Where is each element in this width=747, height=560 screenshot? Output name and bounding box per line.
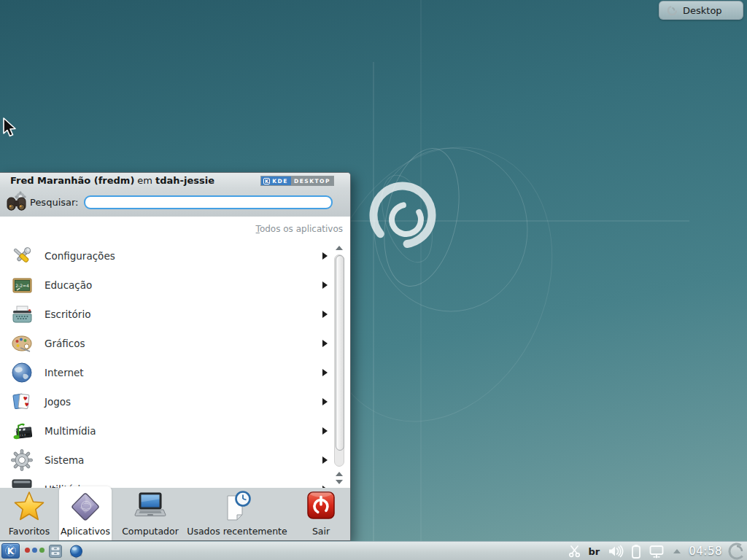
menu-item-internet[interactable]: Internet [0, 358, 350, 387]
menu-item-multimidia[interactable]: 2 1 3 Multimídia [0, 416, 350, 446]
scroll-up-icon[interactable] [336, 472, 343, 476]
desktop: Desktop Fred Maranhão (fredm)emtdah-jess… [0, 0, 747, 560]
submenu-arrow-icon [322, 281, 328, 289]
badge-kde-text: KDE [272, 177, 288, 186]
kickoff-tab-bar: Favoritos Aplicativos [0, 486, 350, 540]
media-note-icon: 2 1 3 [9, 419, 34, 443]
svg-text:♥: ♥ [24, 402, 29, 408]
tab-favoritos[interactable]: Favoritos [0, 486, 58, 540]
scroll-down-icon[interactable] [336, 480, 343, 484]
submenu-arrow-icon [322, 427, 328, 435]
view-all-applications-link[interactable]: Todos os aplicativos [256, 224, 343, 234]
search-label: Pesquisar: [30, 197, 79, 208]
kickoff-header: Fred Maranhão (fredm)emtdah-jessie KKDE … [0, 173, 350, 189]
globe-icon [9, 360, 34, 385]
submenu-arrow-icon [322, 398, 328, 405]
tab-sair[interactable]: Sair [293, 486, 349, 540]
binoculars-search-icon [5, 191, 28, 215]
three-dots-icon[interactable] [25, 548, 44, 553]
laptop-icon [133, 490, 167, 524]
chalkboard-icon: 2-2=4 [9, 273, 34, 298]
panel-cashew-icon[interactable] [728, 542, 746, 560]
palette-icon [9, 331, 34, 356]
volume-icon[interactable] [608, 545, 624, 558]
host-name: tdah-jessie [155, 175, 214, 186]
kickoff-launcher-popup: Fred Maranhão (fredm)emtdah-jessie KKDE … [0, 172, 351, 541]
search-input[interactable] [84, 195, 333, 209]
expand-tray-arrow-icon[interactable] [673, 549, 681, 553]
tab-aplicativos[interactable]: Aplicativos [59, 486, 112, 540]
star-icon [13, 490, 45, 524]
scroll-up-icon[interactable] [336, 246, 343, 250]
user-name: Fred Maranhão (fredm) [10, 175, 134, 186]
desktop-widget-label: Desktop [683, 5, 722, 16]
digital-clock[interactable]: 04:58 [689, 545, 722, 558]
submenu-arrow-icon [322, 252, 328, 260]
submenu-arrow-icon [322, 369, 328, 376]
gear-icon [9, 448, 34, 472]
kde-logo-icon: K [263, 178, 270, 184]
app-diamond-icon [69, 490, 101, 524]
power-icon [305, 490, 337, 524]
blue-sphere-gear-icon[interactable] [69, 544, 84, 559]
tab-usados-recentemente[interactable]: Usados recentemente [188, 486, 286, 540]
scrollbar-track[interactable] [334, 254, 344, 467]
kickoff-search-row: Pesquisar: [0, 189, 350, 217]
typewriter-icon [9, 302, 34, 327]
bottom-panel: K b [0, 541, 747, 560]
system-tray: br 04:58 [565, 542, 747, 560]
applications-list: Todos os aplicativos Configurações [0, 217, 350, 488]
tab-computador[interactable]: Computador [113, 486, 187, 540]
kde-menu-icon: K [5, 545, 16, 556]
scrollbar-thumb[interactable] [336, 255, 344, 451]
kde-menu-button[interactable]: K [1, 543, 20, 559]
category-items: Configurações 2-2=4 Educação [0, 241, 350, 488]
file-cabinet-icon[interactable] [48, 544, 63, 559]
keyboard-layout-indicator[interactable]: br [589, 546, 600, 557]
desktop-folder-widget[interactable]: Desktop [659, 1, 743, 20]
plasma-cashew-icon [667, 5, 678, 16]
mouse-cursor [2, 117, 18, 139]
battery-icon[interactable] [631, 544, 641, 559]
submenu-arrow-icon [322, 456, 328, 464]
header-connector: em [137, 175, 152, 186]
recent-document-clock-icon [220, 490, 254, 524]
clipboard-scissors-icon[interactable] [568, 545, 581, 558]
tools-icon [9, 244, 34, 268]
menu-item-jogos[interactable]: ♥ ♥ Jogos [0, 387, 350, 416]
menu-item-configuracoes[interactable]: Configurações [0, 241, 350, 271]
menu-item-graficos[interactable]: Gráficos [0, 329, 350, 358]
submenu-arrow-icon [322, 340, 328, 347]
kde-desktop-badge: KKDE DESKTOP [260, 176, 334, 186]
menu-item-escritorio[interactable]: Escritório [0, 300, 350, 329]
submenu-arrow-icon [322, 311, 328, 318]
device-notifier-icon[interactable] [649, 545, 665, 559]
menu-item-educacao[interactable]: 2-2=4 Educação [0, 271, 350, 300]
badge-desktop-text: DESKTOP [291, 176, 333, 185]
svg-text:2-2=4: 2-2=4 [15, 283, 29, 288]
list-scrollbar[interactable] [334, 244, 344, 486]
playing-cards-icon: ♥ ♥ [9, 389, 34, 414]
menu-item-sistema[interactable]: Sistema [0, 446, 350, 475]
